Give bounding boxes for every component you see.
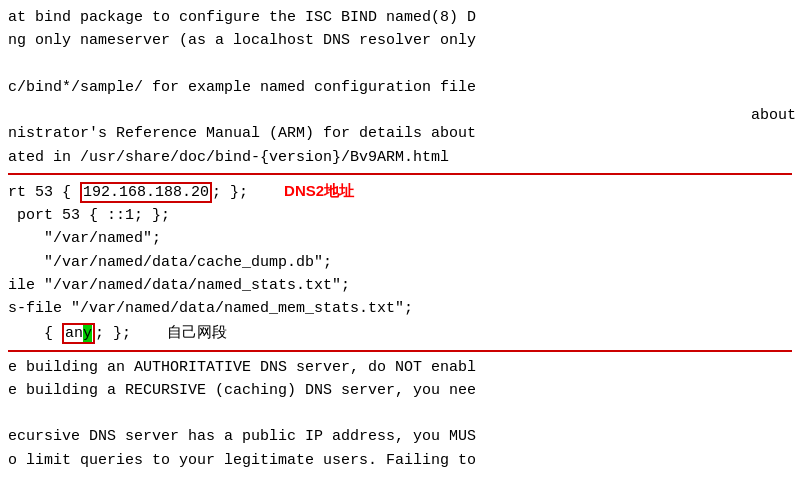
top-section: at bind package to configure the ISC BIN… <box>8 6 792 169</box>
dns2-annotation: DNS2地址 <box>284 182 354 199</box>
mid-section: rt 53 { 192.168.188.20; }; DNS2地址 port 5… <box>8 179 792 346</box>
mid-line-4: "/var/named/data/cache_dump.db"; <box>8 251 792 274</box>
top-line-7: ated in /usr/share/doc/bind-{version}/Bv… <box>8 146 792 169</box>
about-label: about <box>747 102 800 129</box>
mid-line-7: { any; }; 自己网段 <box>8 320 792 345</box>
main-content: at bind package to configure the ISC BIN… <box>0 0 800 500</box>
top-line-1: at bind package to configure the ISC BIN… <box>8 6 792 29</box>
top-line-4: c/bind*/sample/ for example named config… <box>8 76 792 99</box>
top-line-3 <box>8 53 792 76</box>
top-line-6: nistrator's Reference Manual (ARM) for d… <box>8 122 792 145</box>
mid-line-3: "/var/named"; <box>8 227 792 250</box>
mid-line-6: s-file "/var/named/data/named_mem_stats.… <box>8 297 792 320</box>
dns2-address-highlight: 192.168.188.20 <box>80 182 212 203</box>
bot-section: e building an AUTHORITATIVE DNS server, … <box>8 356 792 472</box>
mid-line-5: ile "/var/named/data/named_stats.txt"; <box>8 274 792 297</box>
bot-line-4: ecursive DNS server has a public IP addr… <box>8 425 792 448</box>
top-line-2: ng only nameserver (as a localhost DNS r… <box>8 29 792 52</box>
bot-line-1: e building an AUTHORITATIVE DNS server, … <box>8 356 792 379</box>
own-network-annotation: 自己网段 <box>167 323 227 340</box>
about-text: about <box>751 107 796 124</box>
any-highlight: any <box>62 323 95 344</box>
bot-line-3 <box>8 402 792 425</box>
bot-line-5: o limit queries to your legitimate users… <box>8 449 792 472</box>
divider-top <box>8 173 792 175</box>
mid-line-2: port 53 { ::1; }; <box>8 204 792 227</box>
mid-line-1: rt 53 { 192.168.188.20; }; DNS2地址 <box>8 179 792 204</box>
divider-bottom <box>8 350 792 352</box>
bot-line-2: e building a RECURSIVE (caching) DNS ser… <box>8 379 792 402</box>
top-line-5 <box>8 99 792 122</box>
